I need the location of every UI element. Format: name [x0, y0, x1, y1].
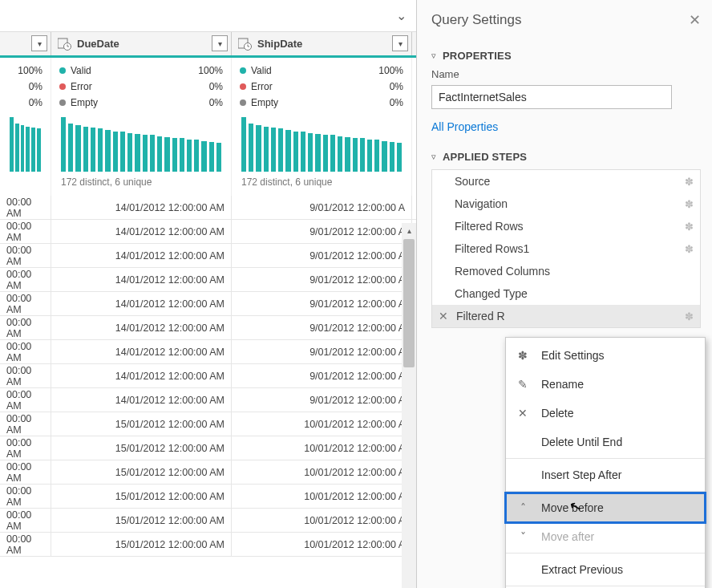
table-cell[interactable]: 15/01/2012 12:00:00 AM: [51, 485, 232, 508]
delete-step-icon[interactable]: ✕: [439, 310, 448, 322]
applied-step-item[interactable]: Filtered Rows✽: [432, 215, 700, 237]
table-row[interactable]: 00:00 AM14/01/2012 12:00:00 AM9/01/2012 …: [0, 220, 416, 244]
table-cell[interactable]: 9/01/2012 12:00:00 A: [232, 316, 412, 339]
applied-step-item[interactable]: Navigation✽: [432, 193, 700, 215]
table-cell[interactable]: 00:00 AM: [0, 340, 51, 363]
scroll-up-arrow-icon[interactable]: ▴: [402, 223, 416, 237]
table-cell[interactable]: 15/01/2012 12:00:00 AM: [51, 533, 232, 556]
table-row[interactable]: 00:00 AM15/01/2012 12:00:00 AM10/01/2012…: [0, 533, 416, 557]
close-icon[interactable]: ✕: [689, 11, 701, 29]
table-cell[interactable]: 14/01/2012 12:00:00 AM: [51, 292, 232, 315]
table-cell[interactable]: 00:00 AM: [0, 220, 51, 243]
column-filter-icon[interactable]: ▾: [31, 35, 47, 51]
applied-step-item[interactable]: ✕Filtered R✽: [432, 305, 700, 327]
gear-icon[interactable]: ✽: [685, 310, 694, 322]
table-cell[interactable]: 00:00 AM: [0, 268, 51, 291]
table-row[interactable]: 00:00 AM15/01/2012 12:00:00 AM10/01/2012…: [0, 460, 416, 485]
table-cell[interactable]: 14/01/2012 12:00:00 AM: [51, 268, 232, 291]
table-cell[interactable]: 00:00 AM: [0, 436, 51, 460]
column-header-shipdate[interactable]: ShipDate ▾: [232, 32, 412, 55]
column-header-duedate[interactable]: DueDate ▾: [51, 32, 232, 55]
table-cell[interactable]: 14/01/2012 12:00:00 AM: [51, 388, 232, 412]
table-cell[interactable]: 10/01/2012 12:00:00 A: [232, 412, 412, 436]
context-menu-item[interactable]: ✎Rename: [506, 370, 705, 399]
table-cell[interactable]: 10/01/2012 12:00:00 A: [232, 533, 412, 556]
gear-icon[interactable]: ✽: [685, 198, 694, 210]
column-header-prev[interactable]: ▾: [0, 32, 51, 55]
table-row[interactable]: 00:00 AM14/01/2012 12:00:00 AM9/01/2012 …: [0, 268, 416, 292]
table-cell[interactable]: 10/01/2012 12:00:00 A: [232, 436, 412, 460]
column-dropdown-icon[interactable]: ▾: [392, 35, 408, 51]
applied-step-item[interactable]: Removed Columns: [432, 260, 700, 282]
table-row[interactable]: 00:00 AM14/01/2012 12:00:00 AM9/01/2012 …: [0, 316, 416, 340]
gear-icon[interactable]: ✽: [685, 221, 694, 233]
table-row[interactable]: 00:00 AM14/01/2012 12:00:00 AM9/01/2012 …: [0, 364, 416, 388]
query-name-input[interactable]: [431, 85, 672, 109]
table-cell[interactable]: 00:00 AM: [0, 244, 51, 267]
table-row[interactable]: 00:00 AM14/01/2012 12:00:00 AM9/01/2012 …: [0, 340, 416, 364]
table-cell[interactable]: 00:00 AM: [0, 509, 51, 532]
gear-icon[interactable]: ✽: [685, 176, 694, 188]
table-cell[interactable]: 10/01/2012 12:00:00 A: [232, 460, 412, 484]
gear-icon[interactable]: ✽: [685, 243, 694, 255]
all-properties-link[interactable]: All Properties: [431, 120, 701, 133]
table-cell[interactable]: 00:00 AM: [0, 316, 51, 339]
table-row[interactable]: 00:00 AM15/01/2012 12:00:00 AM10/01/2012…: [0, 485, 416, 509]
column-dropdown-icon[interactable]: ▾: [212, 35, 228, 51]
data-rows[interactable]: 00:00 AM14/01/2012 12:00:00 AM9/01/2012 …: [0, 196, 416, 588]
scroll-thumb[interactable]: [403, 239, 415, 367]
table-cell[interactable]: 9/01/2012 12:00:00 A: [232, 220, 412, 243]
table-cell[interactable]: 9/01/2012 12:00:00 A: [232, 268, 412, 291]
table-row[interactable]: 00:00 AM14/01/2012 12:00:00 AM9/01/2012 …: [0, 244, 416, 268]
table-cell[interactable]: 00:00 AM: [0, 388, 51, 412]
context-menu-item[interactable]: ✽Edit Settings: [506, 341, 705, 370]
properties-section-header[interactable]: ▿ PROPERTIES: [431, 50, 701, 62]
table-cell[interactable]: 15/01/2012 12:00:00 AM: [51, 412, 232, 436]
context-menu-item[interactable]: Delete Until End: [506, 428, 705, 456]
vertical-scrollbar[interactable]: ▴: [402, 223, 416, 588]
table-cell[interactable]: 00:00 AM: [0, 196, 51, 219]
table-row[interactable]: 00:00 AM15/01/2012 12:00:00 AM10/01/2012…: [0, 509, 416, 533]
table-row[interactable]: 00:00 AM14/01/2012 12:00:00 AM9/01/2012 …: [0, 292, 416, 316]
table-cell[interactable]: 10/01/2012 12:00:00 A: [232, 485, 412, 508]
table-cell[interactable]: 9/01/2012 12:00:00 A: [232, 364, 412, 387]
context-menu-item[interactable]: ˄Move before: [506, 493, 705, 522]
applied-step-item[interactable]: Changed Type: [432, 282, 700, 305]
table-cell[interactable]: 00:00 AM: [0, 412, 51, 436]
table-row[interactable]: 00:00 AM15/01/2012 12:00:00 AM10/01/2012…: [0, 436, 416, 460]
table-cell[interactable]: 9/01/2012 12:00:00 A: [232, 244, 412, 267]
table-row[interactable]: 00:00 AM14/01/2012 12:00:00 AM9/01/2012 …: [0, 196, 416, 220]
table-cell[interactable]: 10/01/2012 12:00:00 A: [232, 509, 412, 532]
table-cell[interactable]: 14/01/2012 12:00:00 AM: [51, 340, 232, 363]
table-cell[interactable]: 14/01/2012 12:00:00 AM: [51, 316, 232, 339]
context-menu-item[interactable]: Insert Step After: [506, 460, 705, 489]
context-menu-item[interactable]: Extract Previous: [506, 555, 705, 584]
table-cell[interactable]: 00:00 AM: [0, 364, 51, 387]
table-cell[interactable]: 9/01/2012 12:00:00 A: [232, 340, 412, 363]
spark-bar: [285, 130, 290, 172]
spark-bar: [150, 135, 155, 172]
applied-step-item[interactable]: Source✽: [432, 170, 700, 193]
table-cell[interactable]: 9/01/2012 12:00:00 A: [232, 388, 412, 412]
table-cell[interactable]: 00:00 AM: [0, 533, 51, 556]
table-cell[interactable]: 00:00 AM: [0, 292, 51, 315]
table-cell[interactable]: 00:00 AM: [0, 460, 51, 484]
table-cell[interactable]: 00:00 AM: [0, 485, 51, 508]
table-cell[interactable]: 14/01/2012 12:00:00 AM: [51, 196, 232, 219]
table-cell[interactable]: 14/01/2012 12:00:00 AM: [51, 220, 232, 243]
table-row[interactable]: 00:00 AM15/01/2012 12:00:00 AM10/01/2012…: [0, 412, 416, 436]
context-menu-item[interactable]: ✕Delete: [506, 399, 705, 428]
table-cell[interactable]: 15/01/2012 12:00:00 AM: [51, 436, 232, 460]
table-cell[interactable]: 9/01/2012 12:00:00 A: [232, 292, 412, 315]
applied-steps-section-header[interactable]: ▿ APPLIED STEPS: [431, 151, 701, 163]
table-cell[interactable]: 15/01/2012 12:00:00 AM: [51, 509, 232, 532]
table-cell[interactable]: 14/01/2012 12:00:00 AM: [51, 364, 232, 387]
chevron-down-icon[interactable]: ⌄: [396, 8, 407, 23]
table-cell[interactable]: 9/01/2012 12:00:00 A: [232, 196, 412, 219]
table-cell[interactable]: 14/01/2012 12:00:00 AM: [51, 244, 232, 267]
applied-step-item[interactable]: Filtered Rows1✽: [432, 237, 700, 260]
formula-bar[interactable]: ⌄: [0, 0, 416, 32]
properties-label: PROPERTIES: [443, 50, 512, 62]
table-cell[interactable]: 15/01/2012 12:00:00 AM: [51, 460, 232, 484]
table-row[interactable]: 00:00 AM14/01/2012 12:00:00 AM9/01/2012 …: [0, 388, 416, 412]
